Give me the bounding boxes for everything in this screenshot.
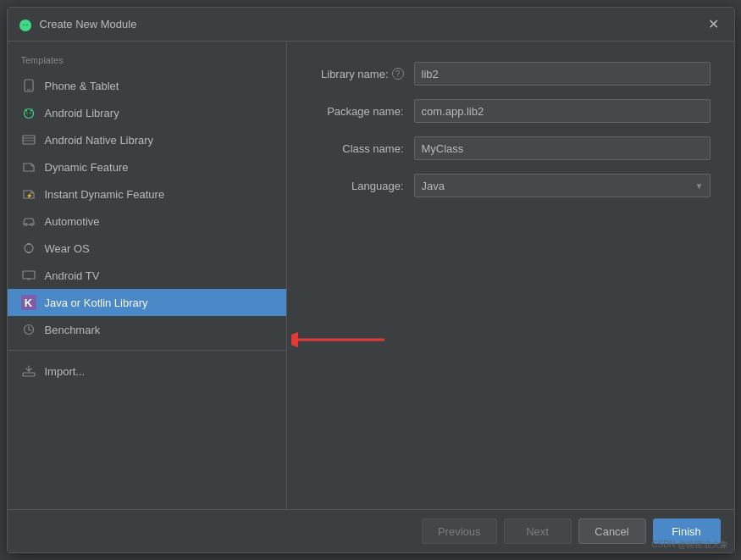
main-panel: Library name: ? Package name: Class name… [287, 42, 734, 509]
title-left: Create New Module [18, 17, 137, 32]
benchmark-icon [21, 322, 36, 337]
sidebar-item-label: Android Library [45, 107, 119, 119]
sidebar-item-import[interactable]: Import... [8, 358, 286, 385]
cancel-button[interactable]: Cancel [578, 518, 646, 544]
automotive-icon [21, 213, 36, 229]
sidebar-item-benchmark[interactable]: Benchmark [8, 316, 286, 343]
footer: Previous Next Cancel Finish [8, 509, 734, 552]
sidebar-item-wear-os[interactable]: Wear OS [8, 235, 286, 262]
arrow-indicator [291, 330, 393, 352]
import-label: Import... [45, 365, 86, 378]
dialog-content: Templates Phone & Tablet Andr [8, 42, 734, 509]
android-tv-icon [21, 268, 36, 283]
java-kotlin-icon: K [21, 295, 36, 310]
language-row: Language: Java Kotlin ▼ [311, 174, 711, 197]
sidebar-item-label: Java or Kotlin Library [45, 297, 148, 309]
package-name-label: Package name: [311, 105, 404, 118]
sidebar-item-android-native-library[interactable]: Android Native Library [8, 126, 286, 153]
language-select[interactable]: Java Kotlin [414, 174, 711, 197]
svg-point-14 [30, 113, 30, 114]
svg-rect-22 [27, 243, 30, 245]
sidebar-item-android-tv[interactable]: Android TV [8, 262, 286, 289]
package-name-row: Package name: [311, 99, 711, 123]
sidebar-item-label: Benchmark [45, 324, 101, 336]
sidebar-item-label: Android Native Library [45, 134, 154, 147]
svg-point-21 [25, 244, 33, 252]
sidebar-item-dynamic-feature[interactable]: Dynamic Feature [8, 153, 286, 180]
next-button[interactable]: Next [504, 518, 572, 544]
android-icon [18, 17, 33, 32]
svg-text:⚡: ⚡ [26, 192, 33, 199]
watermark: CSDN @骑猪追大象 [651, 539, 728, 551]
android-library-icon [21, 105, 36, 120]
phone-tablet-icon [21, 78, 36, 93]
svg-rect-23 [27, 252, 30, 253]
svg-rect-24 [23, 271, 35, 279]
sidebar-item-phone-tablet[interactable]: Phone & Tablet [8, 72, 286, 99]
class-name-input[interactable] [414, 136, 711, 160]
class-name-row: Class name: [311, 136, 711, 160]
package-name-input[interactable] [414, 99, 711, 123]
sidebar-item-android-library[interactable]: Android Library [8, 99, 286, 126]
language-label: Language: [311, 180, 404, 192]
sidebar-item-label: Dynamic Feature [45, 161, 129, 174]
sidebar-item-label: Instant Dynamic Feature [45, 188, 165, 201]
help-icon[interactable]: ? [392, 68, 404, 80]
sidebar-item-java-kotlin-library[interactable]: K Java or Kotlin Library [8, 289, 286, 316]
svg-point-5 [26, 24, 28, 25]
dialog-title: Create New Module [40, 18, 137, 30]
import-icon [21, 363, 36, 379]
svg-point-4 [23, 24, 25, 25]
svg-rect-15 [23, 136, 35, 144]
sidebar-item-automotive[interactable]: Automotive [8, 208, 286, 235]
sidebar-item-label: Android TV [45, 269, 100, 282]
dynamic-feature-icon [21, 159, 36, 175]
sidebar-item-label: Wear OS [45, 242, 90, 255]
close-button[interactable]: ✕ [703, 14, 724, 34]
sidebar-item-label: Automotive [45, 215, 100, 228]
create-module-dialog: Create New Module ✕ Templates Phone & Ta… [7, 7, 735, 553]
library-name-input[interactable] [414, 62, 711, 86]
library-name-label: Library name: ? [311, 68, 404, 80]
sidebar-item-label: Phone & Tablet [45, 80, 119, 92]
library-name-row: Library name: ? [311, 62, 711, 86]
class-name-label: Class name: [311, 142, 404, 155]
svg-rect-28 [23, 373, 35, 376]
language-select-wrapper: Java Kotlin ▼ [414, 174, 711, 197]
svg-rect-1 [22, 25, 29, 29]
previous-button[interactable]: Previous [422, 518, 497, 544]
instant-dynamic-feature-icon: ⚡ [21, 186, 36, 202]
sidebar-divider [8, 350, 286, 351]
title-bar: Create New Module ✕ [8, 8, 734, 42]
android-native-library-icon [21, 132, 36, 147]
sidebar-item-instant-dynamic-feature[interactable]: ⚡ Instant Dynamic Feature [8, 180, 286, 208]
wear-os-icon [21, 241, 36, 256]
sidebar-section-label: Templates [8, 52, 286, 72]
sidebar: Templates Phone & Tablet Andr [8, 42, 287, 509]
svg-point-13 [26, 113, 27, 114]
